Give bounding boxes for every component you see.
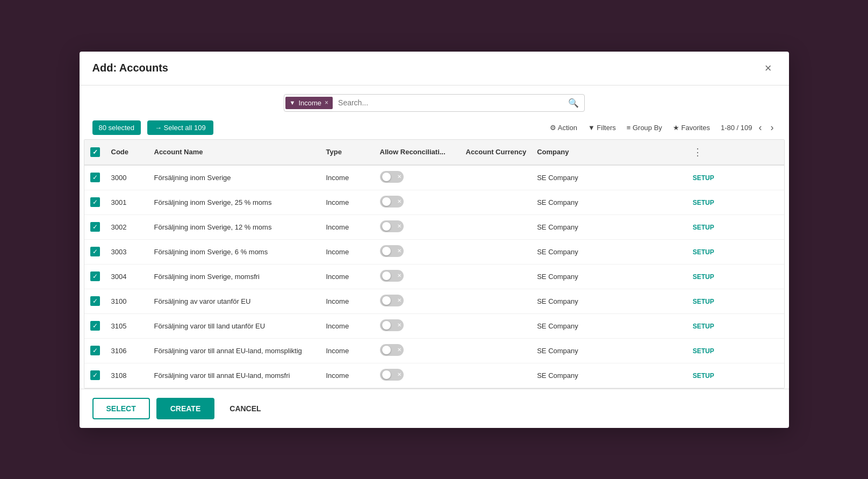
row-currency — [461, 215, 532, 239]
modal-footer: SELECT CREATE CANCEL — [80, 389, 789, 428]
row-type: Income — [321, 338, 375, 363]
add-accounts-modal: Add: Accounts × ▼ Income × 🔍 80 selected… — [80, 52, 789, 428]
create-button[interactable]: CREATE — [156, 398, 215, 419]
row-code: 3002 — [106, 215, 149, 239]
row-setup: SETUP — [687, 289, 784, 313]
cancel-button[interactable]: CANCEL — [221, 399, 269, 418]
favorites-button[interactable]: ★ Favorites — [673, 124, 710, 132]
row-code: 3003 — [106, 239, 149, 264]
search-button[interactable]: 🔍 — [563, 95, 584, 111]
modal-body: ▼ Income × 🔍 80 selected → Select all 10… — [80, 85, 789, 389]
row-checkbox-3[interactable] — [90, 247, 100, 256]
reconciliation-toggle-0[interactable] — [380, 171, 404, 183]
row-checkbox-5[interactable] — [90, 296, 100, 306]
row-reconciliation — [375, 363, 461, 388]
row-checkbox-7[interactable] — [90, 346, 100, 355]
group-by-button[interactable]: ≡ Group By — [627, 124, 662, 132]
row-currency — [461, 264, 532, 289]
row-setup: SETUP — [687, 264, 784, 289]
select-all-checkbox[interactable] — [90, 147, 100, 157]
row-reconciliation — [375, 215, 461, 239]
col-allow-reconciliation: Allow Reconciliati... — [375, 140, 461, 165]
reconciliation-toggle-2[interactable] — [380, 220, 404, 232]
select-button[interactable]: SELECT — [92, 398, 150, 419]
row-type: Income — [321, 215, 375, 239]
row-account-name: Försäljning inom Sverige, 12 % moms — [149, 215, 321, 239]
table-row: 3000 Försäljning inom Sverige Income SE … — [84, 165, 784, 190]
next-page-button[interactable]: › — [769, 123, 776, 132]
row-checkbox-cell — [84, 264, 106, 289]
reconciliation-toggle-1[interactable] — [380, 196, 404, 208]
row-checkbox-1[interactable] — [90, 197, 100, 207]
setup-link-1[interactable]: SETUP — [693, 199, 714, 206]
table-row: 3100 Försäljning av varor utanför EU Inc… — [84, 289, 784, 313]
row-type: Income — [321, 165, 375, 190]
row-checkbox-6[interactable] — [90, 321, 100, 331]
row-type: Income — [321, 363, 375, 388]
prev-page-button[interactable]: ‹ — [757, 123, 764, 132]
row-checkbox-0[interactable] — [90, 173, 100, 182]
toolbar: 80 selected → Select all 109 ⚙ Action ▼ … — [80, 116, 789, 139]
row-currency — [461, 313, 532, 338]
row-account-name: Försäljning varor till annat EU-land, mo… — [149, 363, 321, 388]
row-company: SE Company — [532, 338, 687, 363]
col-account-name: Account Name — [149, 140, 321, 165]
table-row: 3001 Försäljning inom Sverige, 25 % moms… — [84, 190, 784, 215]
table-row: 3108 Försäljning varor till annat EU-lan… — [84, 363, 784, 388]
setup-link-6[interactable]: SETUP — [693, 323, 714, 330]
row-code: 3001 — [106, 190, 149, 215]
reconciliation-toggle-8[interactable] — [380, 369, 404, 381]
filter-remove-button[interactable]: × — [325, 99, 328, 106]
setup-link-7[interactable]: SETUP — [693, 347, 714, 355]
row-setup: SETUP — [687, 338, 784, 363]
setup-link-8[interactable]: SETUP — [693, 372, 714, 380]
row-checkbox-cell — [84, 239, 106, 264]
setup-link-3[interactable]: SETUP — [693, 248, 714, 256]
row-currency — [461, 363, 532, 388]
col-code: Code — [106, 140, 149, 165]
table-row: 3004 Försäljning inom Sverige, momsfri I… — [84, 264, 784, 289]
filter-icon: ▼ — [290, 99, 296, 106]
row-currency — [461, 239, 532, 264]
reconciliation-toggle-7[interactable] — [380, 344, 404, 356]
accounts-table-container: Code Account Name Type Allow Reconciliat… — [84, 139, 785, 389]
row-checkbox-2[interactable] — [90, 222, 100, 232]
row-code: 3100 — [106, 289, 149, 313]
reconciliation-toggle-6[interactable] — [380, 319, 404, 331]
row-code: 3000 — [106, 165, 149, 190]
col-account-currency: Account Currency — [461, 140, 532, 165]
modal-title: Add: Accounts — [92, 62, 168, 74]
setup-link-5[interactable]: SETUP — [693, 298, 714, 305]
setup-link-4[interactable]: SETUP — [693, 273, 714, 281]
table-row: 3002 Försäljning inom Sverige, 12 % moms… — [84, 215, 784, 239]
row-code: 3108 — [106, 363, 149, 388]
table-body: 3000 Försäljning inom Sverige Income SE … — [84, 165, 784, 388]
filter-label: Income — [298, 99, 321, 107]
row-currency — [461, 190, 532, 215]
row-checkbox-4[interactable] — [90, 271, 100, 281]
search-input[interactable] — [334, 95, 562, 110]
row-checkbox-cell — [84, 165, 106, 190]
row-account-name: Försäljning inom Sverige, momsfri — [149, 264, 321, 289]
row-company: SE Company — [532, 239, 687, 264]
reconciliation-toggle-3[interactable] — [380, 245, 404, 257]
row-checkbox-8[interactable] — [90, 370, 100, 380]
pagination-info: 1-80 / 109 ‹ › — [721, 123, 776, 132]
setup-link-2[interactable]: SETUP — [693, 224, 714, 231]
row-account-name: Försäljning varor till annat EU-land, mo… — [149, 338, 321, 363]
filters-button[interactable]: ▼ Filters — [588, 124, 616, 132]
search-inner: ▼ Income × 🔍 — [284, 94, 585, 112]
close-button[interactable]: × — [761, 60, 776, 76]
column-options-button[interactable]: ⋮ — [693, 146, 702, 158]
reconciliation-toggle-4[interactable] — [380, 270, 404, 282]
setup-link-0[interactable]: SETUP — [693, 174, 714, 182]
filter-tag: ▼ Income × — [285, 97, 333, 109]
row-company: SE Company — [532, 190, 687, 215]
action-button[interactable]: ⚙ Action — [550, 124, 577, 132]
col-options: ⋮ — [687, 140, 784, 165]
select-all-button[interactable]: → Select all 109 — [147, 120, 213, 135]
row-checkbox-cell — [84, 190, 106, 215]
row-company: SE Company — [532, 313, 687, 338]
reconciliation-toggle-5[interactable] — [380, 295, 404, 306]
row-company: SE Company — [532, 264, 687, 289]
